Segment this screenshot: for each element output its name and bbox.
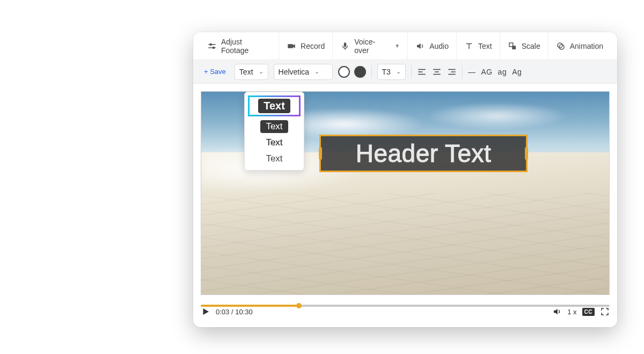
chevron-down-icon: ⌄	[396, 68, 401, 75]
save-button[interactable]: + Save	[201, 68, 229, 76]
color-swatches	[338, 66, 366, 78]
resize-handle-right[interactable]	[525, 147, 528, 160]
camera-icon	[287, 41, 296, 51]
text-style-option-1[interactable]: Text	[248, 95, 301, 116]
text-style-option-3[interactable]: Text	[245, 135, 304, 151]
speaker-icon	[415, 41, 425, 51]
svg-rect-10	[512, 46, 516, 49]
sliders-icon	[207, 41, 217, 51]
bg-tracks	[201, 193, 609, 294]
svg-point-2	[210, 43, 211, 45]
chevron-down-icon: ⌄	[314, 68, 319, 75]
duration: 10:30	[235, 308, 253, 316]
scale-button[interactable]: Scale	[500, 32, 548, 60]
scale-label: Scale	[522, 42, 540, 50]
divider	[462, 65, 463, 78]
video-canvas[interactable]: Text Text Text Text Header Text	[201, 91, 610, 295]
adjust-footage-label: Adjust Footage	[221, 38, 271, 55]
captions-button[interactable]: CC	[582, 308, 595, 316]
editor-window: Adjust Footage Record Voice-over ▼ Audio…	[193, 32, 617, 327]
header-text-overlay[interactable]: Header Text	[319, 135, 528, 172]
chevron-down-icon: ▼	[394, 43, 400, 49]
text-style-chip: Text	[260, 136, 288, 149]
align-right-button[interactable]	[447, 68, 457, 76]
play-icon	[201, 307, 210, 316]
fullscreen-icon	[600, 307, 610, 316]
text-style-dropdown[interactable]: Text ⌄	[235, 64, 268, 80]
text-style-chip: Text	[260, 120, 288, 133]
text-style-option-4[interactable]: Text	[245, 151, 304, 167]
font-dropdown-label: Helvetica	[279, 68, 310, 76]
text-outline-color[interactable]	[338, 66, 350, 78]
record-label: Record	[301, 42, 325, 50]
canvas-wrap: Text Text Text Text Header Text	[193, 84, 617, 303]
voice-over-label: Voice-over	[354, 38, 389, 55]
text-icon	[464, 41, 474, 51]
case-minus-button[interactable]: —	[468, 68, 476, 76]
volume-button[interactable]	[552, 307, 562, 316]
align-center-button[interactable]	[432, 68, 442, 76]
lowercase-button[interactable]: ag	[498, 68, 507, 76]
align-left-icon	[417, 68, 427, 76]
record-button[interactable]: Record	[279, 32, 333, 60]
time-display: 0:03 / 10:30	[216, 308, 253, 316]
progress-wrap	[201, 305, 610, 307]
align-center-icon	[432, 68, 442, 76]
chevron-down-icon: ⌄	[259, 68, 264, 75]
svg-point-3	[213, 47, 215, 48]
animation-button[interactable]: Animation	[548, 32, 611, 60]
text-size-label: T3	[382, 68, 391, 76]
animation-label: Animation	[570, 42, 603, 50]
align-group	[417, 68, 457, 76]
text-fill-color[interactable]	[354, 66, 366, 78]
player-bar: 0:03 / 10:30 1 x CC	[193, 307, 617, 324]
speed-button[interactable]: 1 x	[567, 308, 576, 316]
volume-icon	[552, 307, 562, 316]
voice-over-button[interactable]: Voice-over ▼	[333, 32, 408, 60]
progress-knob[interactable]	[296, 303, 302, 308]
text-style-popup: Text Text Text Text	[244, 92, 304, 171]
scale-icon	[508, 41, 517, 51]
titlecase-button[interactable]: Ag	[512, 68, 522, 76]
current-time: 0:03	[216, 308, 229, 316]
divider	[411, 65, 412, 78]
bg-cloud	[426, 102, 568, 130]
fullscreen-button[interactable]	[600, 307, 610, 316]
text-style-chip: Text	[258, 99, 290, 113]
svg-rect-4	[288, 44, 293, 48]
mic-icon	[340, 41, 350, 51]
text-tool-label: Text	[478, 42, 492, 50]
align-left-button[interactable]	[417, 68, 427, 76]
case-group: — AG ag Ag	[468, 68, 522, 76]
play-button[interactable]	[201, 307, 210, 316]
font-dropdown[interactable]: Helvetica ⌄	[274, 64, 333, 80]
align-right-icon	[447, 68, 457, 76]
svg-rect-5	[344, 42, 347, 47]
audio-button[interactable]: Audio	[408, 32, 457, 60]
text-style-dropdown-label: Text	[239, 68, 253, 76]
sub-toolbar: + Save Text ⌄ Helvetica ⌄ T3 ⌄	[193, 60, 617, 84]
resize-handle-left[interactable]	[319, 147, 322, 160]
progress-played	[201, 305, 299, 307]
animation-icon	[556, 41, 566, 51]
progress-bar[interactable]	[201, 305, 610, 307]
uppercase-button[interactable]: AG	[481, 68, 492, 76]
top-toolbar: Adjust Footage Record Voice-over ▼ Audio…	[193, 32, 617, 60]
header-text[interactable]: Header Text	[356, 139, 492, 168]
divider	[371, 65, 372, 78]
text-style-option-2[interactable]: Text	[245, 119, 304, 135]
audio-label: Audio	[429, 42, 449, 50]
adjust-footage-button[interactable]: Adjust Footage	[200, 32, 279, 60]
text-style-chip: Text	[260, 152, 288, 165]
text-tool-button[interactable]: Text	[457, 32, 500, 60]
text-size-dropdown[interactable]: T3 ⌄	[377, 64, 406, 80]
